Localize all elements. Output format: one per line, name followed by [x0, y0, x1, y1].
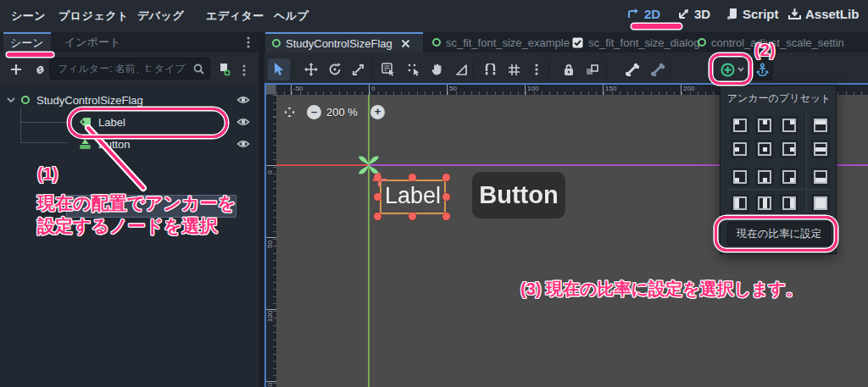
preset-top-wide[interactable]	[811, 116, 830, 135]
preset-hcenter-wide[interactable]	[755, 194, 774, 213]
mode-2d[interactable]: 2D	[627, 7, 660, 21]
scene-tabbar: StudyControlSizeFlag sc_fit_font_size_ex…	[264, 32, 868, 53]
preset-bottom-center[interactable]	[755, 168, 774, 186]
preset-full-rect[interactable]	[811, 194, 830, 213]
menu-project[interactable]: プロジェクト	[58, 8, 129, 24]
visibility-icon[interactable]	[236, 137, 250, 151]
2d-icon	[627, 8, 640, 20]
scale-tool-button[interactable]	[347, 58, 369, 80]
tab-import[interactable]: インポート	[58, 32, 127, 53]
ruler-label: 150	[603, 85, 616, 95]
ruler-icon	[455, 64, 468, 76]
preset-right-wide[interactable]	[780, 194, 798, 213]
rotate-tool-button[interactable]	[324, 58, 346, 80]
preset-top-center[interactable]	[755, 116, 774, 135]
button-node-icon	[79, 138, 92, 150]
ruler-tool-button[interactable]	[450, 58, 472, 80]
collapse-caret-icon[interactable]	[7, 96, 15, 104]
list-select-icon	[381, 63, 395, 76]
tree-menu-icon[interactable]	[242, 64, 246, 76]
position-tool-button[interactable]	[403, 58, 425, 80]
preset-top-left[interactable]	[731, 116, 749, 135]
scene-tab-3[interactable]: sc_fit_font_size_dialog	[565, 32, 707, 53]
list-select-tool-button[interactable]	[377, 58, 399, 80]
resize-handle[interactable]	[409, 213, 416, 220]
group-object-button[interactable]	[581, 58, 604, 80]
dock-splitter[interactable]	[259, 32, 264, 387]
resize-handle[interactable]	[409, 174, 416, 181]
grid-icon	[508, 64, 520, 76]
menu-debug[interactable]: デバッグ	[137, 8, 184, 24]
menu-editor[interactable]: エディター	[206, 8, 264, 24]
preset-center-left[interactable]	[731, 140, 749, 158]
close-icon[interactable]	[401, 39, 410, 48]
resize-handle[interactable]	[374, 213, 381, 220]
smart-snap-button[interactable]	[479, 58, 501, 80]
zoom-out-button[interactable]: –	[307, 105, 321, 119]
preset-top-right[interactable]	[780, 116, 798, 135]
menu-separator	[806, 113, 807, 213]
scene-tab-active[interactable]: StudyControlSizeFlag	[265, 32, 423, 53]
mode-3d[interactable]: 3D	[677, 7, 710, 21]
checked-script-icon	[572, 37, 583, 48]
script-icon	[726, 8, 738, 20]
mode-script[interactable]: Script	[726, 7, 779, 21]
preset-center[interactable]	[755, 140, 774, 158]
mode-assetlib[interactable]: AssetLib	[788, 7, 859, 21]
resize-handle[interactable]	[442, 213, 450, 220]
preset-bottom-left[interactable]	[731, 168, 749, 186]
resize-handle[interactable]	[374, 193, 381, 201]
anchor-icon	[756, 63, 769, 76]
preset-left-wide[interactable]	[731, 194, 749, 213]
annotation-step1-line2: 設定するノードを選択	[37, 214, 217, 238]
annotation-step1-line1: 現在の配置でアンカーを	[37, 191, 236, 215]
anchor-presets-title: アンカーのプリセット	[721, 91, 837, 106]
center-view-button[interactable]	[281, 104, 298, 120]
button-control[interactable]: Button	[472, 172, 565, 218]
script-add-icon	[217, 63, 231, 76]
lock-object-button[interactable]	[558, 58, 580, 80]
annotation-circle-ratio-button	[715, 216, 837, 252]
zoom-in-button[interactable]: +	[370, 105, 385, 119]
visibility-icon[interactable]	[236, 93, 250, 107]
group-icon	[586, 64, 599, 76]
anchor-mode-button[interactable]	[751, 58, 773, 80]
ruler-label: 200	[681, 85, 694, 95]
select-tool-button[interactable]	[268, 58, 290, 80]
scene-tab-4[interactable]: control_adjust_scale_settin	[691, 32, 868, 53]
menu-scene[interactable]: シーン	[11, 8, 46, 24]
visibility-icon[interactable]	[236, 115, 250, 129]
preset-bottom-right[interactable]	[780, 168, 798, 186]
lock-icon	[563, 64, 575, 76]
ruler-label: 50	[447, 85, 457, 95]
canvas-toolbar: ビュー	[264, 53, 868, 85]
ruler-corner	[266, 85, 276, 95]
instance-scene-button[interactable]	[29, 58, 51, 80]
attach-script-button[interactable]	[213, 58, 235, 80]
skeleton-bone-button[interactable]	[621, 58, 643, 80]
preset-vcenter-wide[interactable]	[811, 140, 830, 158]
ruler-label: -50	[291, 85, 303, 95]
ruler-label: 150	[266, 381, 276, 382]
resize-handle[interactable]	[374, 174, 381, 181]
pan-tool-button[interactable]	[426, 58, 448, 80]
tab-scene[interactable]: シーン	[3, 32, 51, 53]
resize-handle[interactable]	[442, 174, 450, 181]
snap-options-menu-button[interactable]	[526, 58, 548, 80]
grid-snap-button[interactable]	[503, 58, 525, 80]
control-node-icon	[21, 96, 30, 104]
add-node-button[interactable]	[5, 58, 27, 80]
resize-handle[interactable]	[442, 193, 450, 201]
annotation-step1-number: (1)	[37, 164, 58, 184]
scene-filter-input[interactable]	[49, 58, 210, 80]
zoom-level[interactable]: 200 %	[326, 106, 358, 119]
menu-help[interactable]: ヘルプ	[274, 8, 309, 24]
dock-menu-icon[interactable]	[247, 36, 250, 48]
preset-center-right[interactable]	[780, 140, 798, 158]
label-control[interactable]: Label	[380, 180, 446, 214]
scale-icon	[352, 64, 364, 76]
skeleton-options-button[interactable]	[647, 58, 669, 80]
preset-bottom-wide[interactable]	[811, 168, 830, 186]
move-tool-button[interactable]	[300, 58, 322, 80]
scene-tab-2[interactable]: sc_fit_font_size_example	[426, 32, 576, 53]
